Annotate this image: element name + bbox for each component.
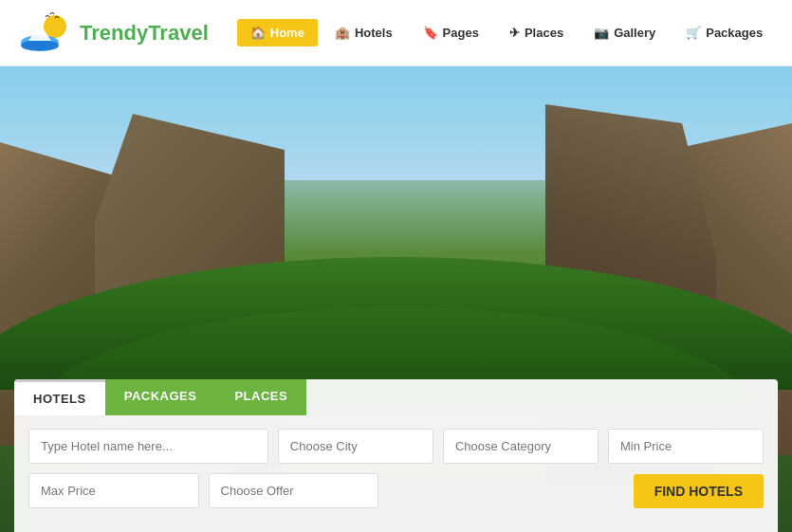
min-price-input[interactable] <box>609 430 764 463</box>
main-nav: 🏠 Home 🏨 Hotels 🔖 Pages ✈ Places 📷 Galle… <box>237 19 792 46</box>
hotels-icon: 🏨 <box>335 26 350 40</box>
nav-packages[interactable]: 🛒 Packages <box>672 19 776 46</box>
search-row-2: ▼ ▼ FIND HOTELS <box>14 473 778 508</box>
nav-pages[interactable]: 🔖 Pages <box>410 19 492 46</box>
logo-text: TrendyTravel <box>80 21 209 46</box>
tab-packages[interactable]: PACKAGES <box>105 379 216 415</box>
nav-places[interactable]: ✈ Places <box>496 19 577 46</box>
find-hotels-button[interactable]: FIND HOTELS <box>634 474 764 508</box>
hero-section: HOTELS PACKAGES PLACES ▼ ▼ ▼ <box>0 66 792 532</box>
svg-point-2 <box>21 40 59 51</box>
nav-gallery[interactable]: 📷 Gallery <box>580 19 669 46</box>
tab-hotels[interactable]: HOTELS <box>14 379 105 415</box>
max-price-select-group: ▼ <box>28 473 199 508</box>
tab-places[interactable]: PLACES <box>215 379 306 415</box>
nav-home[interactable]: 🏠 Home <box>237 19 318 46</box>
category-select-group: ▼ <box>443 429 599 464</box>
city-input[interactable] <box>279 430 433 463</box>
offer-select-group: ▼ <box>209 473 379 508</box>
pages-icon: 🔖 <box>423 26 438 40</box>
search-row-1: ▼ ▼ ▼ <box>14 429 778 464</box>
category-input[interactable] <box>444 430 599 463</box>
hotel-name-input[interactable] <box>28 429 268 464</box>
search-tabs: HOTELS PACKAGES PLACES <box>14 379 778 415</box>
min-price-select-group: ▼ <box>608 429 764 464</box>
gallery-icon: 📷 <box>594 26 609 40</box>
nav-blog[interactable]: ✏ Blog <box>780 19 792 46</box>
nav-hotels[interactable]: 🏨 Hotels <box>322 19 406 46</box>
packages-icon: 🛒 <box>686 26 701 40</box>
city-select-group: ▼ <box>278 429 433 464</box>
home-icon: 🏠 <box>250 26 266 40</box>
logo-icon <box>19 9 76 57</box>
logo: TrendyTravel <box>19 9 209 57</box>
offer-input[interactable] <box>210 474 379 507</box>
places-icon: ✈ <box>509 26 520 40</box>
search-panel: HOTELS PACKAGES PLACES ▼ ▼ ▼ <box>14 379 778 532</box>
header: TrendyTravel 🏠 Home 🏨 Hotels 🔖 Pages ✈ P… <box>0 0 792 66</box>
max-price-input[interactable] <box>29 474 199 507</box>
